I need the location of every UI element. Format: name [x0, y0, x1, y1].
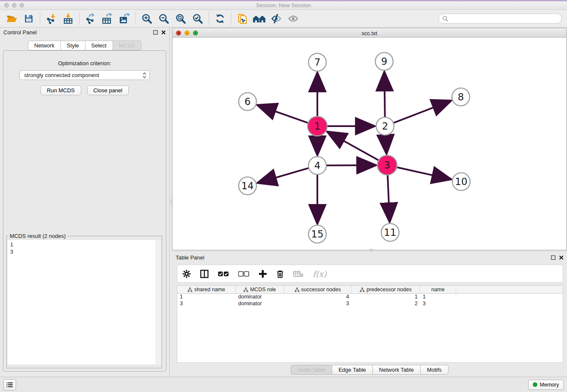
- column-header-predecessor-nodes[interactable]: predecessor nodes: [352, 286, 420, 293]
- home-button[interactable]: [251, 11, 268, 26]
- fx-icon: f(x): [313, 269, 327, 279]
- show-panels-button[interactable]: [3, 379, 16, 390]
- graph-node-14[interactable]: 14: [239, 177, 256, 195]
- unselect-all-columns-button[interactable]: [238, 271, 249, 277]
- graph-node-1[interactable]: 1: [308, 116, 327, 136]
- table-row[interactable]: 1dominator411: [177, 294, 563, 301]
- table-cell[interactable]: 3: [177, 301, 236, 307]
- graph-node-11[interactable]: 11: [381, 224, 399, 241]
- memory-label: Memory: [540, 382, 559, 388]
- graph-edge-3-1[interactable]: [328, 132, 378, 160]
- export-network-button[interactable]: [82, 11, 99, 26]
- refresh-button[interactable]: [212, 11, 228, 26]
- show-all-button[interactable]: [285, 11, 302, 26]
- node-table[interactable]: shared nameMCDS rolesuccessor nodesprede…: [177, 285, 563, 363]
- memory-button[interactable]: Memory: [528, 380, 564, 390]
- import-table-button[interactable]: [60, 11, 77, 26]
- network-window-titlebar[interactable]: ✕ − + scc.txt: [173, 28, 566, 38]
- search-box[interactable]: [438, 14, 562, 24]
- graph-node-6[interactable]: 6: [239, 93, 256, 110]
- column-header-name[interactable]: name: [420, 286, 456, 293]
- export-image-button[interactable]: [116, 11, 133, 26]
- control-tab-network[interactable]: Network: [28, 41, 61, 50]
- graph-node-15[interactable]: 15: [308, 225, 326, 243]
- delete-table-button[interactable]: [293, 271, 303, 277]
- import-network-button[interactable]: [43, 11, 60, 26]
- table-cell[interactable]: 1: [420, 294, 456, 301]
- horizontal-splitter-handle[interactable]: [369, 249, 373, 251]
- close-panel-icon[interactable]: [161, 30, 166, 35]
- column-type-icon: [243, 287, 248, 292]
- graph-node-4[interactable]: 4: [308, 157, 326, 174]
- column-header-MCDS-role[interactable]: MCDS role: [236, 286, 284, 293]
- graph-edge-4-3[interactable]: [327, 165, 375, 166]
- search-input[interactable]: [450, 16, 558, 22]
- duplicate-network-button[interactable]: [234, 11, 251, 26]
- network-graph[interactable]: 7968124314101511: [173, 38, 566, 250]
- zoom-selected-button[interactable]: [189, 11, 206, 26]
- table-cell[interactable]: 1: [352, 294, 420, 301]
- table-cell[interactable]: 2: [352, 301, 420, 307]
- table-tab-network-table[interactable]: Network Table: [372, 365, 420, 375]
- table-tab-node-table[interactable]: Node Table: [291, 365, 332, 375]
- table-tab-motifs[interactable]: Motifs: [420, 365, 449, 375]
- column-header-shared-name[interactable]: shared name: [177, 286, 236, 293]
- close-panel-icon[interactable]: [559, 255, 564, 260]
- create-column-button[interactable]: [259, 270, 267, 278]
- hide-selected-button[interactable]: [268, 11, 285, 26]
- table-tab-edge-table[interactable]: Edge Table: [332, 365, 372, 375]
- control-tab-style[interactable]: Style: [61, 41, 85, 50]
- graph-node-7[interactable]: 7: [308, 53, 326, 71]
- graph-node-3[interactable]: 3: [377, 155, 397, 175]
- show-column-panel-button[interactable]: [200, 270, 209, 278]
- graph-node-9[interactable]: 9: [375, 52, 393, 70]
- table-cell[interactable]: 3: [284, 301, 352, 307]
- graph-node-2[interactable]: 2: [376, 117, 394, 135]
- zoom-in-button[interactable]: [138, 11, 155, 26]
- eye-icon: [287, 13, 299, 24]
- svg-text:14: 14: [241, 180, 253, 191]
- float-panel-icon[interactable]: [153, 30, 158, 35]
- graph-edge-2-9[interactable]: [384, 73, 385, 117]
- graph-node-10[interactable]: 10: [452, 173, 470, 190]
- open-session-button[interactable]: [3, 11, 20, 26]
- graph-edge-3-11[interactable]: [388, 175, 390, 221]
- float-panel-icon[interactable]: [551, 255, 556, 260]
- checked-boxes-icon: [218, 271, 229, 277]
- graph-edge-1-6[interactable]: [258, 105, 308, 123]
- graph-edge-3-10[interactable]: [397, 167, 450, 179]
- table-row[interactable]: 3dominator323: [177, 301, 563, 307]
- table-cell[interactable]: dominator: [236, 301, 284, 307]
- zoom-out-button[interactable]: [155, 11, 172, 26]
- criterion-dropdown[interactable]: strongly connected component: [19, 70, 150, 80]
- column-header-successor-nodes[interactable]: successor nodes: [284, 286, 352, 293]
- plus-icon: [259, 270, 267, 278]
- run-mcds-button[interactable]: Run MCDS: [41, 86, 81, 95]
- svg-text:4: 4: [314, 160, 321, 171]
- zoom-fit-button[interactable]: [172, 11, 189, 26]
- control-tab-select[interactable]: Select: [85, 41, 113, 50]
- main-toolbar: [0, 10, 567, 28]
- table-cell[interactable]: dominator: [236, 294, 284, 301]
- close-panel-button[interactable]: Close panel: [87, 86, 129, 95]
- save-session-button[interactable]: [20, 11, 37, 26]
- table-panel: Table Panel: [172, 253, 567, 376]
- column-type-icon: [295, 287, 300, 292]
- select-all-columns-button[interactable]: [218, 271, 229, 277]
- graph-edge-2-3[interactable]: [385, 135, 386, 153]
- delete-column-button[interactable]: [276, 270, 284, 278]
- result-scrollbar[interactable]: [156, 240, 161, 364]
- graph-edge-4-14[interactable]: [259, 168, 308, 182]
- export-table-button[interactable]: [99, 11, 116, 26]
- graph-node-8[interactable]: 8: [452, 88, 470, 106]
- control-tab-mcds[interactable]: MCDS: [113, 41, 141, 50]
- table-cell[interactable]: 1: [177, 294, 236, 301]
- table-cell[interactable]: 4: [284, 294, 352, 301]
- table-header: shared nameMCDS rolesuccessor nodesprede…: [177, 286, 563, 294]
- function-builder-button[interactable]: f(x): [313, 269, 327, 279]
- open-folder-icon: [6, 14, 18, 24]
- graph-edge-2-8[interactable]: [394, 101, 450, 123]
- table-settings-button[interactable]: [182, 270, 191, 278]
- table-cell[interactable]: 3: [420, 301, 456, 307]
- mcds-result-text[interactable]: 1 3: [8, 240, 156, 364]
